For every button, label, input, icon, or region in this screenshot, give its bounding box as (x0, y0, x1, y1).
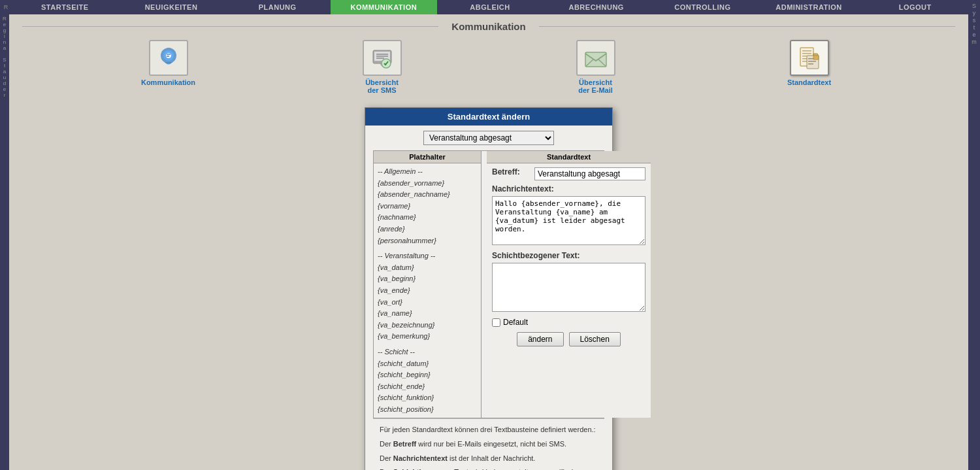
schichtbezogen-label: Schichtbezogener Text: (492, 251, 645, 260)
icon-standardtext[interactable]: Standardtext (777, 40, 842, 86)
placeholder-va-bezeichnung: {va_bezeichnung} (378, 320, 477, 331)
title-line-left (22, 26, 438, 27)
info-line1: Für jeden Standardtext können drei Textb… (380, 424, 598, 436)
nav-abrechnung[interactable]: ABRECHNUNG (543, 0, 649, 14)
placeholder-schicht-ende: {schicht_ende} (378, 381, 477, 393)
icon-email-label: Übersicht der E-Mail (578, 78, 613, 94)
main-content: Kommunikation Kommunikation (9, 14, 968, 470)
nachrichtentext-row: Nachrichtentext: Hallo {absender_vorname… (492, 184, 645, 247)
info-nachrichtentext-bold: Nachrichtentext (393, 454, 448, 462)
nav-administration[interactable]: ADMINISTRATION (756, 0, 862, 14)
info-line4: Der Schichtbezogene Text wird bei verans… (380, 467, 598, 470)
icon-email[interactable]: Übersicht der E-Mail (563, 40, 629, 94)
placeholder-schicht-funktion: {schicht_funktion} (378, 392, 477, 404)
dropdown-row: Veranstaltung abgesagtVeranstaltung geän… (373, 131, 604, 145)
schichtbezogen-row: Schichtbezogener Text: (492, 251, 645, 314)
placeholder-anrede: {anrede} (378, 224, 477, 235)
placeholder-absender-nachname: {absender_nachname} (378, 189, 477, 201)
col-left-content: -- Allgemein -- {absender_vorname} {abse… (374, 163, 481, 418)
placeholder-personalnummer: {personalnummer} (378, 235, 477, 247)
template-dropdown[interactable]: Veranstaltung abgesagtVeranstaltung geän… (423, 131, 554, 145)
modal-container: Standardtext ändern Veranstaltung abgesa… (22, 107, 955, 470)
veranstaltung-title: -- Veranstaltung -- (378, 250, 477, 262)
aendern-button[interactable]: ändern (517, 332, 563, 346)
nav-planung[interactable]: PLANUNG (224, 0, 331, 14)
betreff-row: Betreff: (492, 167, 645, 180)
modal-header: Standardtext ändern (365, 108, 612, 126)
button-row: ändern Löschen (492, 332, 645, 346)
default-checkbox[interactable] (492, 318, 500, 327)
left-sidebar: Regina Stauder (0, 14, 9, 470)
placeholder-va-ende: {va_ende} (378, 285, 477, 297)
svg-rect-15 (802, 53, 811, 54)
col-right-header: Standardtext (487, 151, 651, 163)
nav-kommunikation[interactable]: KOMMUNIKATION (331, 0, 437, 14)
placeholder-allgemein-section: -- Allgemein -- {absender_vorname} {abse… (378, 166, 477, 246)
loeschen-button[interactable]: Löschen (569, 332, 621, 346)
top-navigation: R STARTSEITE NEUIGKEITEN PLANUNG KOMMUNI… (0, 0, 980, 14)
info-line2: Der Betreff wird nur bei E-Mails eingese… (380, 439, 598, 450)
col-left-header: Platzhalter (374, 151, 481, 163)
allgemein-title: -- Allgemein -- (378, 166, 477, 178)
col-right-content: Betreff: Nachrichtentext: Hallo {absende… (487, 163, 651, 356)
placeholder-va-bemerkung: {va_bemerkung} (378, 331, 477, 343)
svg-rect-21 (808, 61, 816, 62)
betreff-label: Betreff: (492, 167, 534, 176)
default-row: Default (492, 318, 645, 327)
nachrichtentext-label: Nachrichtentext: (492, 184, 645, 193)
nav-abgleich[interactable]: ABGLEICH (437, 0, 544, 14)
default-label: Default (503, 318, 528, 327)
placeholder-nachname: {nachname} (378, 212, 477, 224)
nav-controlling[interactable]: CONTROLLING (649, 0, 756, 14)
placeholder-va-datum: {va_datum} (378, 262, 477, 274)
schichtbezogen-textarea[interactable] (492, 263, 645, 312)
placeholder-schicht-position: {schicht_position} (378, 404, 477, 416)
betreff-input[interactable] (534, 167, 645, 180)
icon-sms[interactable]: Übersicht der SMS (350, 40, 415, 94)
nav-neuigkeiten[interactable]: NEUIGKEITEN (118, 0, 225, 14)
icon-standardtext-label: Standardtext (787, 78, 831, 86)
two-col-table: Platzhalter -- Allgemein -- {absender_vo… (373, 150, 604, 418)
placeholder-schicht-datum: {schicht_datum} (378, 358, 477, 370)
icon-email-box (576, 40, 615, 76)
modal-dialog: Standardtext ändern Veranstaltung abgesa… (365, 107, 613, 470)
info-section: Für jeden Standardtext können drei Textb… (373, 418, 604, 470)
icon-kommunikation[interactable]: Kommunikation (136, 40, 201, 86)
nav-startseite[interactable]: STARTSEITE (12, 0, 118, 14)
svg-rect-14 (802, 50, 811, 52)
nav-logout[interactable]: LOGOUT (862, 0, 968, 14)
icon-kommunikation-label: Kommunikation (141, 78, 195, 86)
placeholder-veranstaltung-section: -- Veranstaltung -- {va_datum} {va_begin… (378, 250, 477, 343)
icon-sms-box (363, 40, 402, 76)
col-standardtext: Standardtext Betreff: Nachrichtentext: H… (487, 151, 651, 418)
placeholder-absender-vorname: {absender_vorname} (378, 178, 477, 190)
info-betreff-bold: Betreff (393, 440, 416, 448)
placeholder-vorname: {vorname} (378, 201, 477, 212)
nav-left-side: R (0, 0, 12, 14)
schicht-title: -- Schicht -- (378, 346, 477, 358)
modal-title: Standardtext ändern (448, 112, 530, 122)
right-sidebar: System (968, 0, 980, 470)
svg-rect-10 (585, 52, 606, 67)
icons-row: Kommunikation Übersicht der SMS (22, 40, 955, 94)
svg-point-2 (166, 53, 171, 58)
icon-standardtext-box (790, 40, 829, 76)
placeholder-va-name: {va_name} (378, 308, 477, 320)
placeholder-va-beginn: {va_beginn} (378, 273, 477, 285)
nachrichtentext-textarea[interactable]: Hallo {absender_vorname}, die Veranstalt… (492, 196, 645, 245)
icon-sms-label: Übersicht der SMS (365, 78, 399, 94)
col-platzhalter: Platzhalter -- Allgemein -- {absender_vo… (374, 151, 482, 418)
title-line-right (539, 26, 955, 27)
placeholder-va-ort: {va_ort} (378, 297, 477, 309)
icon-kommunikation-box (149, 40, 188, 76)
placeholder-schicht-beginn: {schicht_beginn} (378, 369, 477, 381)
page-title-row: Kommunikation (22, 21, 955, 32)
info-line3: Der Nachrichtentext ist der Inhalt der N… (380, 453, 598, 465)
svg-rect-22 (808, 63, 813, 65)
modal-body: Veranstaltung abgesagtVeranstaltung geän… (365, 126, 612, 470)
page-title: Kommunikation (438, 21, 538, 32)
placeholder-schicht-section: -- Schicht -- {schicht_datum} {schicht_b… (378, 346, 477, 416)
